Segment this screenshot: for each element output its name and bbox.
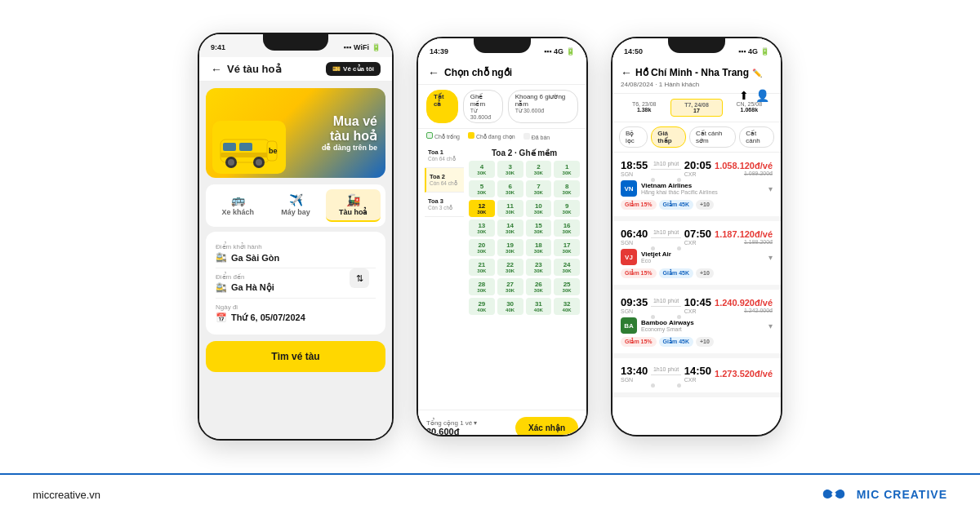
airline-info: BA Bamboo Airways Economy Smart ▾ bbox=[621, 317, 773, 334]
seat-17[interactable]: 1730K bbox=[554, 239, 580, 256]
svg-rect-2 bbox=[239, 143, 252, 151]
share-icon[interactable]: ⬆ bbox=[739, 89, 749, 102]
date-item[interactable]: T7, 24/0817 bbox=[670, 99, 722, 117]
banner-text: Mua vé tàu hoả dễ dàng trên be bbox=[322, 114, 377, 151]
p1-banner: be Mua vé tàu hoả dễ dàng trên be bbox=[206, 88, 385, 178]
seat-13[interactable]: 1330K bbox=[469, 219, 495, 237]
seat-2[interactable]: 230K bbox=[526, 161, 552, 178]
seat-31[interactable]: 3140K bbox=[526, 298, 552, 315]
seat-12[interactable]: 1230K bbox=[469, 200, 495, 217]
user-icon[interactable]: 👤 bbox=[755, 89, 769, 102]
expand-icon[interactable]: ▾ bbox=[768, 321, 773, 330]
seat-20[interactable]: 2030K bbox=[469, 239, 495, 256]
seat-23[interactable]: 2330K bbox=[526, 259, 552, 276]
status-time-2: 14:39 bbox=[430, 47, 448, 55]
arrive-time: 14:50 bbox=[684, 365, 711, 377]
tab-tau-hoa[interactable]: 🚂 Tàu hoả bbox=[326, 189, 381, 222]
badge-0: Giảm 15% bbox=[621, 337, 657, 347]
flight-duration: 1h10 phút bbox=[651, 366, 681, 381]
coach-item-3[interactable]: Toa 3 Còn 3 chỗ bbox=[425, 193, 464, 217]
seat-21[interactable]: 2130K bbox=[469, 259, 495, 276]
seat-3[interactable]: 330K bbox=[497, 161, 523, 178]
signal-icon-2: ▪▪▪ 4G bbox=[544, 47, 564, 55]
svg-text:be: be bbox=[269, 147, 278, 155]
flight-badges: Giảm 15%Giảm 45K+10 bbox=[621, 268, 773, 278]
page-footer: miccreative.vn MIC CREATIVE bbox=[0, 473, 980, 514]
search-button[interactable]: Tìm vé tàu bbox=[206, 341, 385, 372]
badge-2: +10 bbox=[696, 200, 714, 210]
wifi-icon: WiFi bbox=[354, 43, 369, 51]
date-value: 📅 Thứ 6, 05/07/2024 bbox=[216, 312, 376, 323]
seat-6[interactable]: 630K bbox=[497, 180, 523, 197]
seat-29[interactable]: 2940K bbox=[469, 298, 495, 315]
confirm-button[interactable]: Xác nhận bbox=[515, 417, 578, 436]
filter-bộ-lọc[interactable]: Bộ lọc bbox=[619, 126, 648, 148]
seat-15[interactable]: 1530K bbox=[526, 219, 552, 237]
filter-all[interactable]: Tất cả bbox=[426, 90, 458, 123]
swap-button[interactable]: ⇅ bbox=[350, 268, 369, 288]
flight-times: 18:55 SGN 1h10 phút 20:05 CXR 1.058.120đ… bbox=[621, 159, 773, 177]
coach-item-1[interactable]: Toa 1 Còn 64 chỗ bbox=[425, 144, 464, 168]
seat-7[interactable]: 730K bbox=[526, 180, 552, 197]
seat-28[interactable]: 2830K bbox=[469, 278, 495, 295]
back-arrow-3[interactable]: ← bbox=[621, 66, 632, 79]
seat-14[interactable]: 1430K bbox=[497, 219, 523, 237]
flight-card-3[interactable]: 13:40 SGN 1h10 phút 14:50 CXR 1.273.520đ… bbox=[612, 358, 781, 397]
battery-icon-3: 🔋 bbox=[760, 47, 769, 55]
seat-26[interactable]: 2630K bbox=[526, 278, 552, 295]
seat-9[interactable]: 930K bbox=[554, 200, 580, 217]
filter-cất-cánh[interactable]: Cất cánh bbox=[739, 126, 774, 148]
back-arrow-2[interactable]: ← bbox=[428, 66, 439, 79]
depart-time: 09:35 bbox=[621, 296, 648, 308]
footer-domain: miccreative.vn bbox=[33, 489, 100, 501]
seat-16[interactable]: 1630K bbox=[554, 219, 580, 237]
expand-icon[interactable]: ▾ bbox=[768, 253, 773, 262]
flight-card-2[interactable]: 09:35 SGN 1h10 phút 10:45 CXR 1.240.920đ… bbox=[612, 290, 781, 358]
seat-30[interactable]: 3040K bbox=[497, 298, 523, 315]
tab-xe-khach[interactable]: 🚌 Xe khách bbox=[211, 189, 265, 222]
seat-1[interactable]: 130K bbox=[554, 161, 580, 178]
seat-22[interactable]: 2230K bbox=[497, 259, 523, 276]
seat-24[interactable]: 2430K bbox=[554, 259, 580, 276]
seat-25[interactable]: 2530K bbox=[554, 278, 580, 295]
svg-point-10 bbox=[831, 492, 835, 496]
transport-tabs: 🚌 Xe khách ✈️ Máy bay 🚂 Tàu hoả bbox=[206, 184, 385, 227]
notch-3 bbox=[668, 38, 725, 53]
badge-2: +10 bbox=[696, 337, 714, 347]
tab-may-bay-label: Máy bay bbox=[281, 208, 310, 216]
airline-info: VN Vietnam Airlines Hãng khai thác Pacif… bbox=[621, 180, 773, 197]
back-arrow-1[interactable]: ← bbox=[211, 63, 222, 76]
airline-logo: VJ bbox=[621, 249, 637, 265]
seat-8[interactable]: 830K bbox=[554, 180, 580, 197]
to-icon: 🚉 bbox=[216, 282, 227, 293]
seat-27[interactable]: 2730K bbox=[497, 278, 523, 295]
seat-5[interactable]: 530K bbox=[469, 180, 495, 197]
seat-4[interactable]: 430K bbox=[469, 161, 495, 178]
flight-card-0[interactable]: 18:55 SGN 1h10 phút 20:05 CXR 1.058.120đ… bbox=[612, 153, 781, 221]
my-tickets-btn[interactable]: 🎫 Vé của tôi bbox=[326, 62, 381, 76]
p3-header: ← Hồ Chí Minh - Nha Trang ✏️ 24/08/2024 … bbox=[612, 61, 781, 94]
seat-19[interactable]: 1930K bbox=[497, 239, 523, 256]
filter-cất-cánh-sớm[interactable]: Cất cánh sớm bbox=[689, 126, 736, 148]
seat-32[interactable]: 3240K bbox=[554, 298, 580, 315]
filter-soft-seat[interactable]: Ghế mềm Từ 30.600đ bbox=[463, 90, 503, 123]
coach-item-2[interactable]: Toa 2 Còn 64 chỗ bbox=[425, 168, 464, 193]
seat-grid-title: Toa 2 · Ghế mềm bbox=[469, 144, 580, 161]
seat-10[interactable]: 1030K bbox=[526, 200, 552, 217]
filter-bar: Bộ lọcGiá thấpCất cánh sớmCất cánh bbox=[612, 122, 781, 153]
calendar-icon: 📅 bbox=[216, 312, 227, 323]
expand-icon[interactable]: ▾ bbox=[768, 184, 773, 193]
date-item[interactable]: T6, 23/081.38k bbox=[619, 99, 669, 117]
filter-giá-thấp[interactable]: Giá thấp bbox=[651, 126, 686, 148]
filter-bunk[interactable]: Khoang 6 giường nằm Từ 30.600đ bbox=[508, 90, 578, 123]
booking-form: Điểm khởi hành 🚉 Ga Sài Gòn ⇅ Điểm đến 🚉… bbox=[206, 232, 385, 335]
seat-11[interactable]: 1130K bbox=[497, 200, 523, 217]
airline-sub: Eco bbox=[641, 258, 764, 264]
total-price: 30.600đ bbox=[426, 427, 477, 436]
tab-may-bay[interactable]: ✈️ Máy bay bbox=[269, 189, 323, 222]
badge-2: +10 bbox=[696, 268, 714, 278]
flight-times: 09:35 SGN 1h10 phút 10:45 CXR 1.240.920đ… bbox=[621, 296, 773, 314]
from-value: 🚉 Ga Sài Gòn bbox=[216, 252, 376, 263]
seat-18[interactable]: 1830K bbox=[526, 239, 552, 256]
flight-card-1[interactable]: 06:40 SGN 1h10 phút 07:50 CXR 1.187.120đ… bbox=[612, 221, 781, 290]
